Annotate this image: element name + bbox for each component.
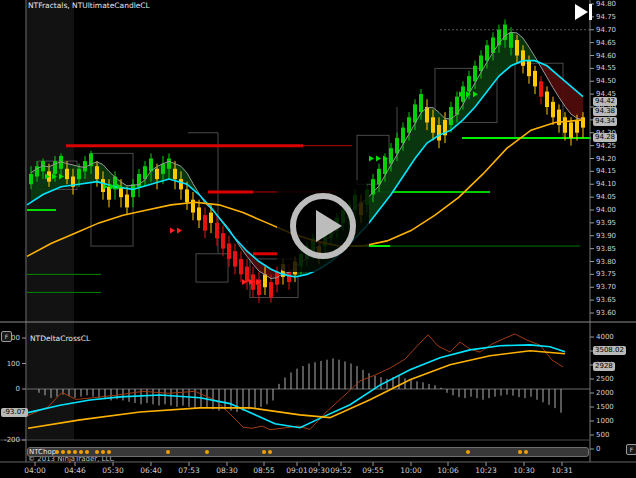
price-tick-label: 94.80 xyxy=(596,0,616,9)
candle-body xyxy=(263,274,267,287)
price-tick-label: 94.10 xyxy=(596,180,616,189)
chop-dot xyxy=(107,450,111,454)
candle-body xyxy=(545,92,549,107)
candle-body xyxy=(521,50,525,65)
candle-body xyxy=(95,166,99,179)
time-label: 09:55 xyxy=(359,466,387,475)
time-label: 10:30 xyxy=(510,466,538,475)
price-tick-label: 94.70 xyxy=(596,26,616,35)
candle-body xyxy=(473,66,477,81)
candle-body xyxy=(233,251,237,266)
candle-body xyxy=(269,282,273,297)
session-shade xyxy=(27,0,74,440)
candle-body xyxy=(509,32,513,47)
candle-body xyxy=(419,94,423,112)
candle-body xyxy=(527,61,531,76)
candle-body xyxy=(167,159,171,169)
candle-body xyxy=(203,215,207,230)
skip-to-end-button[interactable] xyxy=(572,3,596,21)
chop-dot xyxy=(466,450,470,454)
candle-body xyxy=(551,102,555,117)
candle-body xyxy=(575,120,579,133)
candle-body xyxy=(221,233,225,248)
down-signal-arrow xyxy=(170,228,175,234)
candle-body xyxy=(479,56,483,71)
lower-left-tick-label: -200 xyxy=(0,436,20,445)
candle-body xyxy=(155,169,159,179)
time-label: 10:06 xyxy=(434,466,462,475)
price-tag: 94.42 xyxy=(593,97,617,106)
chop-dot xyxy=(79,450,83,454)
candle-body xyxy=(377,169,381,184)
candle-body xyxy=(389,148,393,163)
candle-body xyxy=(161,164,165,174)
candle-body xyxy=(401,128,405,143)
price-tick-label: 93.60 xyxy=(596,309,616,318)
candle-body xyxy=(395,138,399,153)
chop-dot xyxy=(67,450,71,454)
skip-to-end-icon xyxy=(572,3,596,21)
price-tag: 94.28 xyxy=(593,133,617,142)
panel-feature-button-bottom[interactable]: F xyxy=(626,444,636,455)
chop-dot xyxy=(95,450,99,454)
candle-body xyxy=(407,117,411,132)
price-tick-label: 94.75 xyxy=(596,13,616,22)
fractal-box xyxy=(196,254,228,282)
time-label: 07:53 xyxy=(175,466,203,475)
chart-window: NTFractals, NTUltimateCandleCL NTDeltaCr… xyxy=(0,0,636,478)
lower-right-tag: 3508.02 xyxy=(593,346,626,355)
lower-right-tag: 2928 xyxy=(593,362,615,371)
candle-body xyxy=(209,213,213,223)
price-tick-label: 93.70 xyxy=(596,283,616,292)
candle-body xyxy=(77,169,81,179)
price-tick-label: 94.65 xyxy=(596,39,616,48)
candle-body xyxy=(539,81,543,96)
price-tick-label: 94.50 xyxy=(596,77,616,86)
candle-body xyxy=(239,259,243,274)
chop-dot xyxy=(85,450,89,454)
candle-body xyxy=(29,174,33,184)
chop-dot xyxy=(61,450,65,454)
price-tick-label: 93.95 xyxy=(596,219,616,228)
candle-body xyxy=(185,189,189,202)
candle-body xyxy=(227,243,231,258)
price-tick-label: 94.20 xyxy=(596,155,616,164)
chop-dot xyxy=(73,450,77,454)
lower-right-tick-label: 4000 xyxy=(596,333,614,342)
panel-feature-button-top[interactable]: F xyxy=(1,331,12,342)
chop-dot xyxy=(205,450,209,454)
lower-left-tag: -93.07 xyxy=(1,408,28,417)
time-label: 10:00 xyxy=(397,466,425,475)
price-tick-label: 93.80 xyxy=(596,258,616,267)
chop-indicator-strip[interactable] xyxy=(27,447,589,457)
chop-dot xyxy=(518,450,522,454)
candle-body xyxy=(485,45,489,60)
chop-dot xyxy=(524,450,528,454)
candle-body xyxy=(215,223,219,238)
price-tick-label: 93.85 xyxy=(596,245,616,254)
candle-body xyxy=(131,184,135,197)
price-tick-label: 93.65 xyxy=(596,296,616,305)
time-label: 06:40 xyxy=(137,466,165,475)
time-label: 04:46 xyxy=(61,466,89,475)
chop-indicator-label: NTChop xyxy=(29,448,56,456)
lower-right-tick-label: 1500 xyxy=(596,403,614,412)
candle-body xyxy=(569,122,573,137)
candle-body xyxy=(125,195,129,208)
candle-body xyxy=(173,169,177,179)
price-tag: 94.34 xyxy=(593,117,617,126)
candle-body xyxy=(197,207,201,220)
down-signal-arrow xyxy=(177,228,182,234)
lower-right-tick-label: 500 xyxy=(596,431,609,440)
candle-body xyxy=(179,179,183,189)
up-signal-arrow xyxy=(369,156,374,162)
video-play-button[interactable] xyxy=(277,180,369,272)
lower-right-tick-label: 0 xyxy=(596,445,600,454)
time-label: 08:55 xyxy=(250,466,278,475)
play-icon xyxy=(288,191,358,261)
price-tick-label: 94.25 xyxy=(596,142,616,151)
candle-body xyxy=(431,117,435,132)
chop-dot xyxy=(268,450,272,454)
candle-body xyxy=(449,107,453,125)
chop-dot xyxy=(262,450,266,454)
